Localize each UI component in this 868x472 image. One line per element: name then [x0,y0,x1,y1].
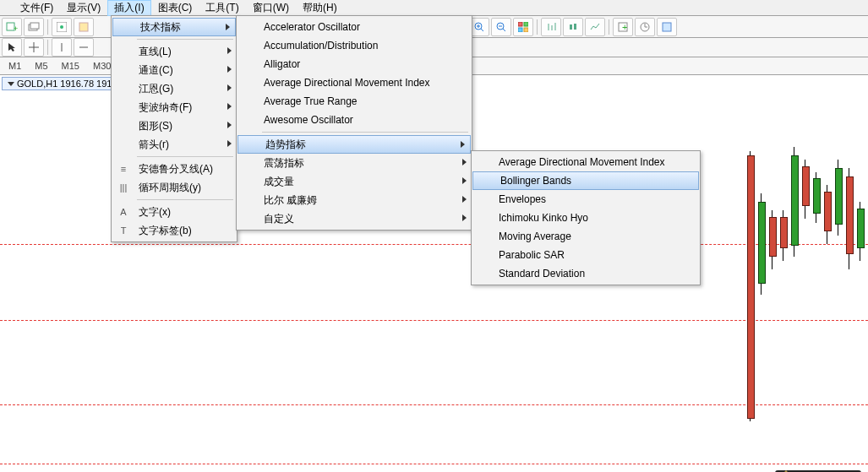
submenu-arrow-icon [462,214,467,221]
menu-label: 文字(x) [139,205,171,220]
menu-label: 比尔 威廉姆 [264,193,317,208]
menu-item-adx2[interactable]: Average Directional Movement Index [472,153,700,171]
menu-item-trend[interactable]: 趋势指标 [237,135,471,154]
menu-item-andrews[interactable]: ≡安德鲁分叉线(A) [112,160,237,178]
menu-item-text[interactable]: A文字(x) [112,203,237,221]
vertical-line-button[interactable] [52,38,72,57]
templates-button[interactable] [657,18,677,36]
zoom-out-button[interactable] [491,18,511,36]
menu-label: 自定义 [264,212,294,226]
menu-item-gann[interactable]: 江恩(G) [112,79,237,98]
submenu-arrow-icon [227,103,232,110]
tf-m1[interactable]: M1 [5,60,25,72]
menu-charts[interactable]: 图表(C) [151,0,199,16]
menu-separator [137,39,233,40]
menu-item-line[interactable]: 直线(L) [112,42,237,61]
toolbar-separator [47,19,48,35]
menu-label: Accelerator Oscillator [264,21,360,33]
menu-item-indicators[interactable]: 技术指标 [112,18,236,36]
chip-symbol: GOLD,H1 [17,79,57,89]
menu-item-custom[interactable]: 自定义 [237,209,472,228]
menu-file[interactable]: 文件(F) [14,0,60,16]
menu-label: 图形(S) [139,119,172,133]
menu-item-stddev[interactable]: Standard Deviation [472,264,700,283]
menu-label: Average Directional Movement Index [264,77,430,89]
menu-label: 文字标签(b) [139,224,192,238]
menubar: 文件(F) 显示(V) 插入(I) 图表(C) 工具(T) 窗口(W) 帮助(H… [0,0,868,16]
menu-item-fibo[interactable]: 斐波纳奇(F) [112,98,237,117]
submenu-arrow-icon [227,122,232,128]
menu-item-ad[interactable]: Accumulation/Distribution [237,36,472,55]
menu-item-cycle[interactable]: |||循环周期线(y) [112,178,237,197]
svg-rect-3 [30,23,39,29]
tf-m5[interactable]: M5 [31,60,51,72]
menu-label: 成交量 [264,175,294,189]
menu-label: Accumulation/Distribution [264,40,378,52]
menu-item-ma[interactable]: Moving Average [472,227,700,246]
profiles-button[interactable] [24,18,44,36]
price-line [0,464,868,464]
periodicity-button[interactable] [635,18,655,36]
svg-text:+: + [622,22,627,32]
menu-item-ichimoku[interactable]: Ichimoku Kinko Hyo [472,209,700,227]
menu-item-accelerator[interactable]: Accelerator Oscillator [237,18,472,36]
insert-menu: 技术指标 直线(L) 通道(C) 江恩(G) 斐波纳奇(F) 图形(S) 箭头(… [111,15,237,242]
submenu-arrow-icon [462,159,467,165]
svg-rect-6 [79,23,88,31]
menu-item-atr[interactable]: Average True Range [237,92,472,111]
menu-item-volume[interactable]: 成交量 [237,172,472,191]
menu-item-adx[interactable]: Average Directional Movement Index [237,73,472,92]
submenu-arrow-icon [462,177,467,184]
menu-item-envelopes[interactable]: Envelopes [472,190,700,209]
menu-label: 通道(C) [139,63,173,78]
svg-rect-28 [663,23,671,31]
svg-marker-29 [8,43,15,52]
menu-item-alligator[interactable]: Alligator [237,55,472,73]
menu-item-bollinger[interactable]: Bollinger Bands [472,171,699,190]
menu-label: Envelopes [499,193,546,205]
menu-label: 箭头(r) [139,138,169,152]
toolbar-separator [609,19,609,35]
submenu-arrow-icon [462,196,467,203]
menu-help[interactable]: 帮助(H) [296,0,344,16]
svg-rect-22 [574,24,576,30]
menu-label: Average Directional Movement Index [499,156,665,168]
menu-label: 趋势指标 [265,138,306,152]
menu-label: Awesome Oscillator [264,114,353,126]
price-line [0,244,868,245]
menu-item-shapes[interactable]: 图形(S) [112,117,237,135]
pitchfork-icon: ≡ [117,162,130,176]
cursor-button[interactable] [2,38,22,57]
toolbar-separator [537,19,538,35]
tf-m15[interactable]: M15 [58,60,83,72]
menu-tools[interactable]: 工具(T) [199,0,245,16]
candle [813,178,821,214]
line-chart-button[interactable] [585,18,605,36]
menu-item-bill-williams[interactable]: 比尔 威廉姆 [237,191,472,209]
menu-view[interactable]: 显示(V) [60,0,107,16]
horizontal-line-button[interactable] [74,38,94,57]
menu-item-ao[interactable]: Awesome Oscillator [237,111,472,129]
submenu-arrow-icon [227,84,232,91]
candlestick-chart-button[interactable] [563,18,583,36]
svg-point-5 [60,25,63,29]
crosshair-button[interactable] [24,38,44,57]
menu-label: 安德鲁分叉线(A) [139,162,213,176]
menu-item-arrows[interactable]: 箭头(r) [112,135,237,154]
menu-window[interactable]: 窗口(W) [246,0,296,16]
svg-line-12 [503,29,505,31]
add-indicator-button[interactable]: + [613,18,633,36]
new-chart-button[interactable]: + [2,18,22,36]
menu-item-oscillators[interactable]: 震荡指标 [237,154,472,172]
menu-insert[interactable]: 插入(I) [107,0,150,16]
market-watch-button[interactable] [52,18,72,36]
svg-rect-15 [524,22,528,26]
tile-windows-button[interactable] [513,18,533,36]
menu-item-psar[interactable]: Parabolic SAR [472,246,700,264]
menu-item-label[interactable]: T文字标签(b) [112,221,237,240]
bar-chart-button[interactable] [541,18,561,36]
menu-item-channel[interactable]: 通道(C) [112,61,237,79]
navigator-button[interactable] [74,18,94,36]
menu-label: 技术指标 [140,20,181,35]
menu-label: 斐波纳奇(F) [139,100,192,115]
